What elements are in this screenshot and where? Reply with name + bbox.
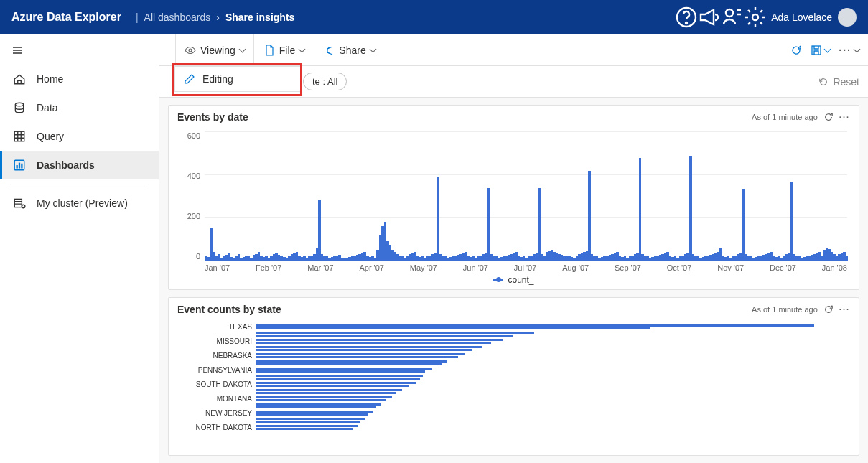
viewing-mode-dropdown[interactable]: Viewing (175, 34, 254, 66)
chart1-yaxis: 600 400 200 0 (177, 131, 203, 261)
reset-icon (818, 77, 829, 87)
nav-data-label: Data (37, 102, 58, 113)
brand-title: Azure Data Explorer (11, 11, 121, 24)
hamburger-menu[interactable] (0, 36, 159, 65)
chart-event-counts-by-state: TEXASMISSOURINEBRASKAPENNSYLVANIASOUTH D… (177, 324, 850, 431)
state-row (177, 374, 850, 380)
brand-separator: | (136, 11, 139, 23)
svg-rect-10 (14, 199, 22, 207)
main-content: Viewing File Share ··· Editing (159, 34, 868, 463)
refresh-button[interactable] (790, 45, 802, 56)
mode-editing-option[interactable]: Editing (174, 66, 302, 92)
file-menu[interactable]: File (254, 34, 314, 66)
card-event-counts-by-state: Event counts by state As of 1 minute ago… (168, 297, 859, 456)
state-row: NORTH DAKOTA (177, 424, 850, 431)
editing-label: Editing (202, 73, 233, 85)
nav-home-label: Home (37, 73, 63, 85)
svg-rect-9 (21, 164, 22, 169)
state-row (177, 331, 850, 337)
nav-query[interactable]: Query (0, 122, 159, 151)
card2-title: Event counts by state (177, 304, 281, 315)
state-row: SOUTH DAKOTA (177, 381, 850, 388)
feedback-icon[interactable] (721, 6, 744, 29)
state-row (177, 417, 850, 424)
home-icon (12, 73, 27, 85)
breadcrumb-current[interactable]: Share insights (225, 11, 294, 23)
nav-query-label: Query (37, 131, 64, 142)
svg-point-2 (726, 9, 733, 17)
user-avatar[interactable] (838, 8, 857, 27)
legend-marker-icon (493, 279, 503, 281)
state-row (177, 388, 850, 395)
state-row: MISSOURI (177, 338, 850, 345)
help-icon[interactable] (675, 6, 698, 29)
card1-asof: As of 1 minute ago (752, 113, 818, 121)
more-menu[interactable]: ··· (839, 45, 859, 56)
state-row (177, 360, 850, 366)
chevron-down-icon (299, 46, 306, 53)
svg-rect-7 (17, 165, 18, 169)
database-icon (12, 101, 27, 114)
file-icon (263, 45, 275, 56)
state-row: TEXAS (177, 324, 850, 330)
eye-icon (185, 45, 196, 56)
dashboard-icon (12, 159, 27, 172)
nav-dashboards[interactable]: Dashboards (0, 151, 159, 179)
user-name[interactable]: Ada Lovelace (771, 11, 832, 23)
refresh-icon[interactable] (823, 304, 834, 314)
share-icon (323, 45, 335, 56)
nav-data[interactable]: Data (0, 93, 159, 122)
svg-point-4 (15, 103, 23, 106)
card1-more-icon[interactable]: ··· (839, 113, 850, 121)
share-label: Share (339, 45, 365, 56)
state-row: MONTANA (177, 396, 850, 402)
chart1-legend: count_ (177, 275, 850, 285)
nav-mycluster[interactable]: My cluster (Preview) (0, 189, 159, 218)
nav-home[interactable]: Home (0, 65, 159, 93)
save-button[interactable] (811, 45, 830, 56)
nav-mycluster-label: My cluster (Preview) (37, 197, 128, 209)
svg-rect-8 (19, 163, 20, 169)
card1-title: Events by date (177, 111, 248, 123)
reset-button[interactable]: Reset (818, 76, 859, 88)
svg-point-1 (686, 22, 687, 24)
sidebar-divider (10, 184, 149, 184)
toolbar: Viewing File Share ··· (159, 34, 868, 66)
share-menu[interactable]: Share (314, 34, 384, 66)
svg-point-11 (22, 205, 25, 208)
chevron-down-icon (369, 46, 376, 53)
grid-icon (12, 130, 27, 143)
svg-point-3 (752, 14, 758, 20)
viewing-label: Viewing (200, 45, 235, 56)
sidebar: Home Data Query Dashboards My cluster (P… (0, 34, 159, 463)
chevron-right-icon: › (216, 11, 220, 23)
svg-point-12 (189, 49, 192, 52)
chart-events-by-date: 600 400 200 0 Jan '07Feb '07Mar '07Apr '… (177, 131, 850, 282)
file-label: File (279, 45, 296, 56)
megaphone-icon[interactable] (698, 6, 721, 29)
state-row: PENNSYLVANIA (177, 367, 850, 373)
state-filter-pill[interactable]: te : All (303, 73, 347, 90)
state-row: NEW JERSEY (177, 410, 850, 416)
breadcrumb-root[interactable]: All dashboards (144, 11, 211, 23)
card2-more-icon[interactable]: ··· (839, 305, 850, 314)
refresh-icon[interactable] (823, 112, 834, 122)
cluster-icon (12, 197, 27, 210)
svg-rect-13 (812, 46, 821, 55)
pencil-icon (184, 73, 195, 85)
state-row: NEBRASKA (177, 352, 850, 359)
chart1-xaxis: Jan '07Feb '07Mar '07Apr '07May '07Jun '… (205, 263, 847, 272)
state-row (177, 403, 850, 409)
top-header: Azure Data Explorer | All dashboards › S… (0, 0, 868, 34)
svg-rect-5 (14, 131, 24, 141)
card-events-by-date: Events by date As of 1 minute ago ··· 60… (168, 105, 859, 290)
nav-dashboards-label: Dashboards (37, 159, 95, 171)
chevron-down-icon (238, 46, 246, 53)
settings-gear-icon[interactable] (744, 6, 767, 29)
state-row (177, 345, 850, 352)
card2-asof: As of 1 minute ago (752, 305, 818, 314)
